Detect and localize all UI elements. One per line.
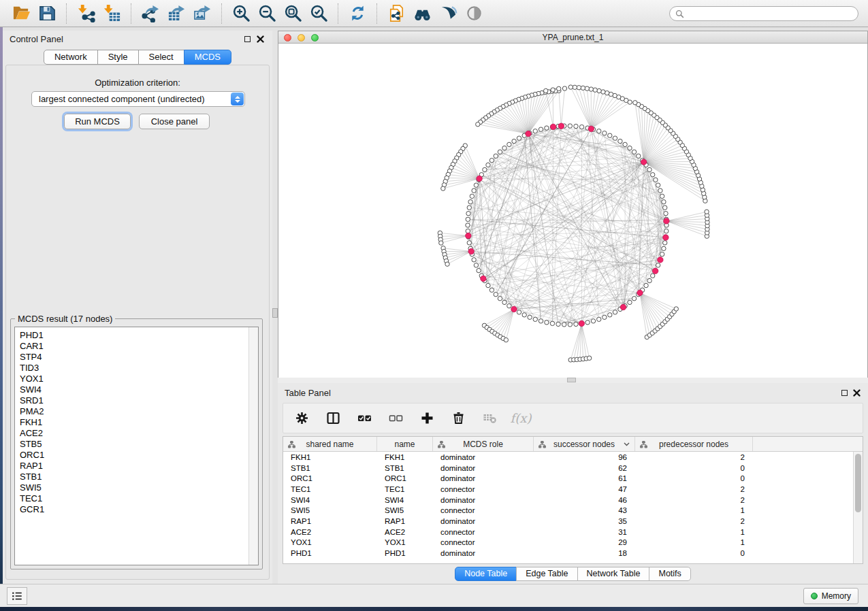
tab-motifs[interactable]: Motifs xyxy=(649,567,690,581)
table-panel-header: Table Panel xyxy=(278,387,868,399)
close-panel-icon[interactable] xyxy=(257,35,264,43)
cell-name: STB1 xyxy=(377,464,433,472)
scrollbar-thumb[interactable] xyxy=(855,454,861,512)
close-panel-button[interactable]: Close panel xyxy=(139,114,210,129)
node-attribute-icon xyxy=(640,441,647,450)
delete-table-icon[interactable] xyxy=(481,411,498,426)
cell-predecessor-nodes: 1 xyxy=(635,506,753,514)
task-history-button[interactable] xyxy=(7,587,27,605)
tab-style[interactable]: Style xyxy=(97,50,139,65)
result-list-item[interactable]: ORC1 xyxy=(20,450,248,461)
function-builder-icon[interactable]: f(x) xyxy=(512,411,530,426)
table-row[interactable]: TEC1TEC1connector472 xyxy=(283,484,863,495)
columns-icon[interactable] xyxy=(324,411,342,426)
cell-predecessor-nodes: 1 xyxy=(635,528,753,536)
search-network-icon[interactable] xyxy=(411,3,433,24)
table-row[interactable]: SWI4SWI4dominator462 xyxy=(283,495,863,506)
cell-successor-nodes: 31 xyxy=(534,528,635,536)
refresh-network-icon[interactable] xyxy=(347,3,368,24)
tab-node-table[interactable]: Node Table xyxy=(455,567,517,581)
result-list-item[interactable]: SWI4 xyxy=(20,384,248,395)
export-network-icon[interactable] xyxy=(140,3,161,24)
search-input[interactable] xyxy=(688,9,855,18)
table-panel: Table Panel f(x) shared namenameMCDS rol… xyxy=(278,383,868,584)
splitter-grip[interactable] xyxy=(567,378,576,382)
result-list-item[interactable]: CAR1 xyxy=(20,341,248,352)
vertical-splitter[interactable] xyxy=(272,31,278,584)
column-header-name[interactable]: name xyxy=(377,437,433,451)
vizmapper-icon[interactable] xyxy=(437,3,459,24)
column-header-predecessor-nodes[interactable]: predecessor nodes xyxy=(635,437,753,451)
network-search-box[interactable] xyxy=(669,6,858,21)
float-panel-icon[interactable] xyxy=(244,36,251,42)
delete-row-icon[interactable] xyxy=(449,411,467,426)
column-header-MCDS-role[interactable]: MCDS role xyxy=(433,437,534,451)
close-panel-icon[interactable] xyxy=(853,389,861,397)
network-window-titlebar[interactable]: YPA_prune.txt_1 xyxy=(278,31,867,44)
hide-eye-icon[interactable] xyxy=(463,3,485,24)
result-list-item[interactable]: STB5 xyxy=(20,439,248,450)
export-image-icon[interactable] xyxy=(191,3,213,24)
zoom-in-icon[interactable] xyxy=(230,3,252,24)
save-session-icon[interactable] xyxy=(36,3,58,24)
zoom-fit-icon[interactable] xyxy=(282,3,304,24)
result-list-item[interactable]: PHD1 xyxy=(20,330,248,341)
cell-MCDS-role: connector xyxy=(433,485,534,493)
settings-icon[interactable] xyxy=(293,411,310,426)
result-list-item[interactable]: STP4 xyxy=(20,352,248,363)
column-header-shared-name[interactable]: shared name xyxy=(283,437,377,451)
import-table-icon[interactable] xyxy=(101,3,123,24)
table-row[interactable]: YOX1YOX1connector291 xyxy=(283,538,863,548)
table-row[interactable]: ACE2ACE2connector311 xyxy=(283,527,863,538)
table-row[interactable]: STB1STB1dominator620 xyxy=(283,463,863,474)
clone-network-icon[interactable] xyxy=(385,3,407,24)
node-attribute-icon xyxy=(438,441,445,450)
table-scrollbar[interactable] xyxy=(853,452,863,563)
result-list-item[interactable]: YOX1 xyxy=(20,374,248,384)
optimization-criterion-select[interactable]: largest connected component (undirected) xyxy=(31,91,245,107)
cell-predecessor-nodes: 2 xyxy=(635,485,753,493)
zoom-selected-icon[interactable] xyxy=(308,3,329,24)
result-list-item[interactable]: FKH1 xyxy=(20,417,248,428)
column-header-successor-nodes[interactable]: successor nodes xyxy=(534,437,635,451)
tab-network[interactable]: Network xyxy=(44,50,98,65)
table-row[interactable]: ORC1ORC1dominator610 xyxy=(283,473,863,484)
result-list-item[interactable]: SRD1 xyxy=(20,395,248,406)
run-mcds-button[interactable]: Run MCDS xyxy=(64,114,131,129)
node-attribute-icon xyxy=(288,441,295,450)
memory-button[interactable]: Memory xyxy=(803,588,858,604)
tab-select[interactable]: Select xyxy=(138,50,184,65)
tab-mcds[interactable]: MCDS xyxy=(184,50,231,65)
tab-edge-table[interactable]: Edge Table xyxy=(516,567,577,581)
table-row[interactable]: FKH1FKH1dominator962 xyxy=(283,452,863,463)
export-table-icon[interactable] xyxy=(165,3,187,24)
mcds-result-list[interactable]: PHD1CAR1STP4TID3YOX1SWI4SRD1PMA2FKH1ACE2… xyxy=(14,327,259,565)
open-file-icon[interactable] xyxy=(10,3,32,24)
result-list-item[interactable]: STB1 xyxy=(20,472,248,482)
deselect-all-icon[interactable] xyxy=(387,411,404,426)
zoom-out-icon[interactable] xyxy=(256,3,278,24)
float-panel-icon[interactable] xyxy=(841,390,848,396)
tab-network-table[interactable]: Network Table xyxy=(577,567,650,581)
splitter-grip[interactable] xyxy=(272,308,278,318)
mcds-tab-content: Optimization criterion: largest connecte… xyxy=(5,65,270,580)
result-list-item[interactable]: PMA2 xyxy=(20,406,248,417)
result-list-item[interactable]: TEC1 xyxy=(20,493,248,504)
result-list-scrollbar[interactable] xyxy=(248,327,258,565)
result-list-item[interactable]: RAP1 xyxy=(20,461,248,472)
toolbar-separator xyxy=(131,3,131,24)
horizontal-splitter[interactable] xyxy=(278,378,868,383)
network-canvas[interactable] xyxy=(278,44,867,378)
result-list-item[interactable]: GCR1 xyxy=(20,504,248,515)
select-all-icon[interactable] xyxy=(355,411,373,426)
mcds-buttons-row: Run MCDS Close panel xyxy=(6,114,269,129)
import-network-icon[interactable] xyxy=(75,3,97,24)
table-row[interactable]: PHD1PHD1dominator180 xyxy=(283,548,863,559)
result-list-item[interactable]: TID3 xyxy=(20,363,248,374)
table-row[interactable]: RAP1RAP1dominator352 xyxy=(283,516,863,527)
table-row[interactable]: SWI5SWI5connector431 xyxy=(283,505,863,516)
result-list-item[interactable]: SWI5 xyxy=(20,482,248,493)
list-icon xyxy=(11,590,23,602)
result-list-item[interactable]: ACE2 xyxy=(20,428,248,439)
add-row-icon[interactable] xyxy=(418,411,436,426)
